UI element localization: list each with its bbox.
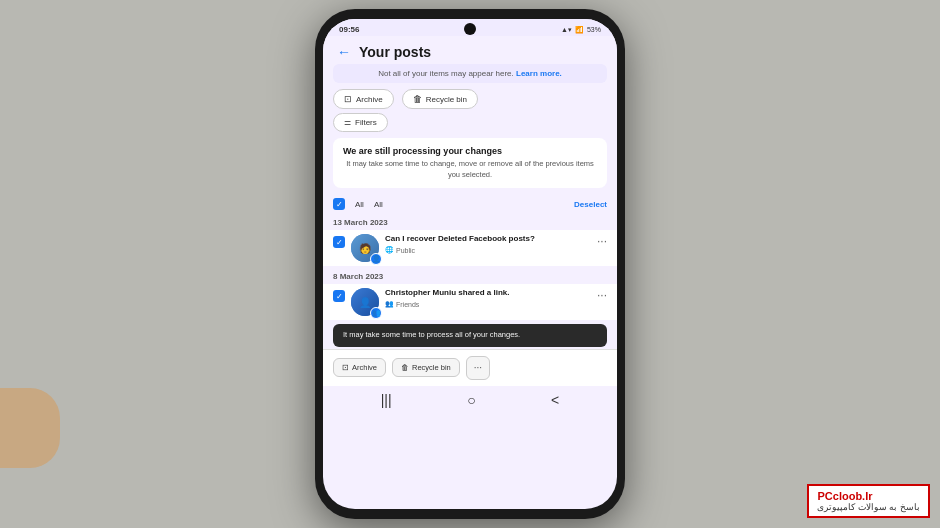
info-text: Not all of your items may appear here.	[378, 69, 514, 78]
post-1-body: Can I recover Deleted Facebook posts? 🌐 …	[385, 234, 591, 254]
status-time: 09:56	[339, 25, 359, 34]
date-separator-2: 8 March 2023	[323, 268, 617, 284]
all-label-2: All	[374, 200, 383, 209]
post-item-1: ✓ 🧑 👤 Can I recover Deleted Facebook pos…	[323, 230, 617, 266]
post-1-title: Can I recover Deleted Facebook posts?	[385, 234, 591, 244]
header: ← Your posts	[323, 36, 617, 64]
hand	[0, 388, 60, 468]
post-1-privacy: 🌐 Public	[385, 246, 591, 254]
nav-back-icon[interactable]: <	[551, 392, 559, 408]
signal-icon: ▲▾	[561, 26, 572, 34]
more-dots-icon: ···	[474, 362, 482, 373]
wifi-icon: 📶	[575, 26, 584, 34]
bottom-recycle-button[interactable]: 🗑 Recycle bin	[392, 358, 460, 377]
camera-cutout	[464, 23, 476, 35]
avatar-badge-2: 👥	[370, 307, 382, 319]
archive-button[interactable]: ⊡ Archive	[333, 89, 394, 109]
bottom-recycle-label: Recycle bin	[412, 363, 451, 372]
post-2-body: Christopher Muniu shared a link. 👥 Frien…	[385, 288, 591, 308]
filters-row: ⚌ Filters	[323, 113, 617, 138]
filters-label: Filters	[355, 118, 377, 127]
battery-text: 53%	[587, 26, 601, 33]
nav-home-icon[interactable]: ○	[467, 392, 475, 408]
nav-menu-icon[interactable]: |||	[381, 392, 392, 408]
tooltip-text: It may take some time to process all of …	[343, 330, 520, 339]
privacy-label-1: Public	[396, 247, 415, 254]
info-banner: Not all of your items may appear here. L…	[333, 64, 607, 83]
trash-icon: 🗑	[413, 94, 422, 104]
scene: 09:56 ▲▾ 📶 53% ← Your posts Not all of y…	[0, 0, 940, 528]
bottom-action-bar: ⊡ Archive 🗑 Recycle bin ···	[323, 349, 617, 386]
processing-title: We are still processing your changes	[343, 146, 597, 156]
post-2-checkbox[interactable]: ✓	[333, 290, 345, 302]
privacy-label-2: Friends	[396, 301, 419, 308]
avatar-badge-1: 👤	[370, 253, 382, 265]
bottom-archive-icon: ⊡	[342, 363, 349, 372]
recycle-bin-button[interactable]: 🗑 Recycle bin	[402, 89, 478, 109]
privacy-icon-2: 👥	[385, 300, 394, 308]
learn-more-link[interactable]: Learn more.	[516, 69, 562, 78]
bottom-more-button[interactable]: ···	[466, 356, 490, 380]
select-all-checkbox[interactable]: ✓	[333, 198, 345, 210]
archive-label: Archive	[356, 95, 383, 104]
bottom-archive-button[interactable]: ⊡ Archive	[333, 358, 386, 377]
post-2-privacy: 👥 Friends	[385, 300, 591, 308]
post-1-checkbox[interactable]: ✓	[333, 236, 345, 248]
privacy-icon-1: 🌐	[385, 246, 394, 254]
status-right: ▲▾ 📶 53%	[561, 26, 601, 34]
watermark: PCcloob.Ir باسخ به سوالات کامپیوتری	[807, 484, 930, 518]
select-all-row: ✓ All All Deselect	[323, 194, 617, 214]
post-item-2: ✓ 👤 👥 Christopher Muniu shared a link. 👥…	[323, 284, 617, 320]
phone-shell: 09:56 ▲▾ 📶 53% ← Your posts Not all of y…	[315, 9, 625, 519]
date-separator-1: 13 March 2023	[323, 214, 617, 230]
processing-box: We are still processing your changes It …	[333, 138, 607, 188]
archive-icon: ⊡	[344, 94, 352, 104]
filter-icon: ⚌	[344, 118, 351, 127]
screen: 09:56 ▲▾ 📶 53% ← Your posts Not all of y…	[323, 19, 617, 509]
action-row: ⊡ Archive 🗑 Recycle bin	[323, 89, 617, 113]
processing-description: It may take some time to change, move or…	[343, 159, 597, 180]
recycle-bin-label: Recycle bin	[426, 95, 467, 104]
bottom-trash-icon: 🗑	[401, 363, 409, 372]
filters-button[interactable]: ⚌ Filters	[333, 113, 388, 132]
bottom-archive-label: Archive	[352, 363, 377, 372]
post-1-avatar: 🧑 👤	[351, 234, 379, 262]
post-2-more-button[interactable]: ···	[597, 288, 607, 302]
watermark-site: PCcloob.Ir	[817, 490, 920, 502]
back-button[interactable]: ←	[337, 44, 351, 60]
post-2-avatar: 👤 👥	[351, 288, 379, 316]
nav-bar: ||| ○ <	[323, 386, 617, 416]
deselect-button[interactable]: Deselect	[574, 200, 607, 209]
watermark-tagline: باسخ به سوالات کامپیوتری	[817, 502, 920, 512]
all-label-1: All	[355, 200, 364, 209]
post-1-more-button[interactable]: ···	[597, 234, 607, 248]
tooltip-box: It may take some time to process all of …	[333, 324, 607, 347]
page-title: Your posts	[359, 44, 431, 60]
post-2-title: Christopher Muniu shared a link.	[385, 288, 591, 298]
